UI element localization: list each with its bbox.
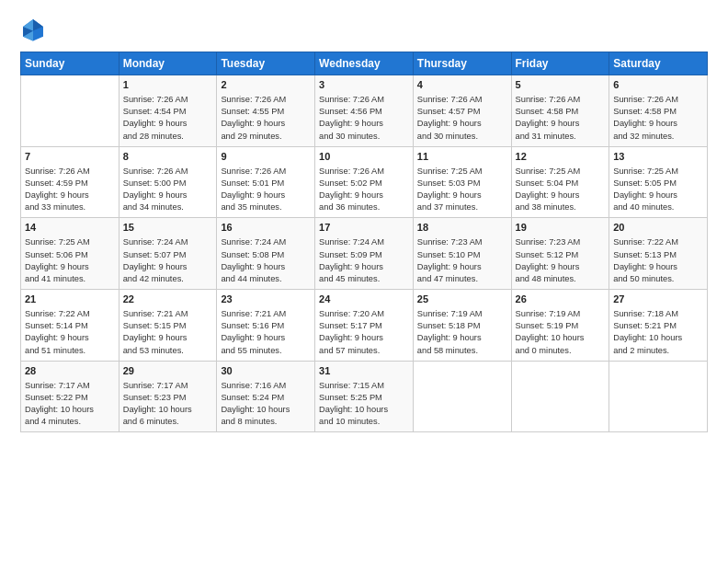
calendar-cell: 28Sunrise: 7:17 AM Sunset: 5:22 PM Dayli… (21, 361, 119, 432)
calendar-cell: 12Sunrise: 7:25 AM Sunset: 5:04 PM Dayli… (511, 146, 609, 218)
calendar-cell (609, 361, 708, 432)
page: SundayMondayTuesdayWednesdayThursdayFrid… (0, 0, 728, 563)
day-number: 17 (319, 221, 409, 236)
day-number: 23 (221, 293, 311, 307)
cell-content: Sunrise: 7:24 AM Sunset: 5:08 PM Dayligh… (221, 236, 311, 285)
day-number: 12 (516, 150, 606, 165)
day-number: 30 (221, 364, 311, 379)
day-number: 2 (221, 78, 311, 93)
calendar-cell: 5Sunrise: 7:26 AM Sunset: 4:58 PM Daylig… (511, 75, 609, 147)
calendar-cell: 10Sunrise: 7:26 AM Sunset: 5:02 PM Dayli… (315, 146, 414, 218)
calendar-cell: 13Sunrise: 7:25 AM Sunset: 5:05 PM Dayli… (609, 146, 708, 218)
calendar-cell (511, 361, 609, 432)
cell-content: Sunrise: 7:26 AM Sunset: 4:59 PM Dayligh… (25, 166, 115, 214)
cell-content: Sunrise: 7:25 AM Sunset: 5:03 PM Dayligh… (417, 166, 507, 214)
calendar-cell: 27Sunrise: 7:18 AM Sunset: 5:21 PM Dayli… (609, 290, 708, 362)
day-number: 13 (613, 150, 703, 165)
cell-content: Sunrise: 7:26 AM Sunset: 4:56 PM Dayligh… (319, 94, 409, 143)
col-header-tuesday: Tuesday (217, 52, 315, 75)
day-number: 28 (25, 364, 115, 379)
day-number: 21 (25, 293, 115, 307)
calendar-cell: 1Sunrise: 7:26 AM Sunset: 4:54 PM Daylig… (119, 75, 217, 147)
day-number: 8 (123, 150, 213, 165)
cell-content: Sunrise: 7:20 AM Sunset: 5:17 PM Dayligh… (319, 308, 409, 357)
day-number: 14 (25, 221, 115, 236)
cell-content: Sunrise: 7:24 AM Sunset: 5:07 PM Dayligh… (123, 236, 213, 285)
cell-content: Sunrise: 7:23 AM Sunset: 5:12 PM Dayligh… (516, 236, 606, 285)
cell-content: Sunrise: 7:22 AM Sunset: 5:14 PM Dayligh… (25, 308, 115, 357)
calendar-cell: 17Sunrise: 7:24 AM Sunset: 5:09 PM Dayli… (315, 218, 414, 290)
day-number: 29 (123, 364, 213, 379)
day-number: 22 (123, 293, 213, 307)
calendar-cell: 24Sunrise: 7:20 AM Sunset: 5:17 PM Dayli… (315, 290, 414, 362)
cell-content: Sunrise: 7:26 AM Sunset: 4:58 PM Dayligh… (613, 94, 703, 143)
cell-content: Sunrise: 7:21 AM Sunset: 5:15 PM Dayligh… (123, 308, 213, 357)
calendar-cell: 6Sunrise: 7:26 AM Sunset: 4:58 PM Daylig… (609, 75, 708, 147)
week-row-4: 21Sunrise: 7:22 AM Sunset: 5:14 PM Dayli… (21, 290, 708, 362)
day-number: 11 (417, 150, 507, 165)
cell-content: Sunrise: 7:16 AM Sunset: 5:24 PM Dayligh… (221, 380, 311, 429)
calendar-cell: 9Sunrise: 7:26 AM Sunset: 5:01 PM Daylig… (217, 146, 315, 218)
calendar-cell: 3Sunrise: 7:26 AM Sunset: 4:56 PM Daylig… (315, 75, 414, 147)
header-row: SundayMondayTuesdayWednesdayThursdayFrid… (21, 52, 708, 75)
day-number: 4 (417, 78, 507, 93)
cell-content: Sunrise: 7:19 AM Sunset: 5:19 PM Dayligh… (516, 308, 606, 357)
day-number: 15 (123, 221, 213, 236)
cell-content: Sunrise: 7:18 AM Sunset: 5:21 PM Dayligh… (613, 308, 703, 357)
logo (20, 17, 50, 42)
calendar-cell: 19Sunrise: 7:23 AM Sunset: 5:12 PM Dayli… (511, 218, 609, 290)
day-number: 7 (25, 150, 115, 165)
cell-content: Sunrise: 7:21 AM Sunset: 5:16 PM Dayligh… (221, 308, 311, 357)
calendar-cell: 25Sunrise: 7:19 AM Sunset: 5:18 PM Dayli… (413, 290, 511, 362)
day-number: 3 (319, 78, 409, 93)
day-number: 24 (319, 293, 409, 307)
day-number: 10 (319, 150, 409, 165)
cell-content: Sunrise: 7:25 AM Sunset: 5:05 PM Dayligh… (613, 166, 703, 214)
col-header-sunday: Sunday (21, 52, 119, 75)
cell-content: Sunrise: 7:19 AM Sunset: 5:18 PM Dayligh… (417, 308, 507, 357)
calendar-cell: 30Sunrise: 7:16 AM Sunset: 5:24 PM Dayli… (217, 361, 315, 432)
calendar-cell: 29Sunrise: 7:17 AM Sunset: 5:23 PM Dayli… (119, 361, 217, 432)
header (20, 17, 708, 42)
cell-content: Sunrise: 7:26 AM Sunset: 5:02 PM Dayligh… (319, 166, 409, 214)
calendar-cell: 8Sunrise: 7:26 AM Sunset: 5:00 PM Daylig… (119, 146, 217, 218)
calendar-table: SundayMondayTuesdayWednesdayThursdayFrid… (20, 52, 708, 432)
day-number: 27 (613, 293, 703, 307)
week-row-3: 14Sunrise: 7:25 AM Sunset: 5:06 PM Dayli… (21, 218, 708, 290)
cell-content: Sunrise: 7:25 AM Sunset: 5:06 PM Dayligh… (25, 236, 115, 285)
calendar-cell (413, 361, 511, 432)
calendar-cell: 18Sunrise: 7:23 AM Sunset: 5:10 PM Dayli… (413, 218, 511, 290)
day-number: 26 (516, 293, 606, 307)
week-row-2: 7Sunrise: 7:26 AM Sunset: 4:59 PM Daylig… (21, 146, 708, 218)
calendar-cell (21, 75, 119, 147)
cell-content: Sunrise: 7:24 AM Sunset: 5:09 PM Dayligh… (319, 236, 409, 285)
calendar-cell: 31Sunrise: 7:15 AM Sunset: 5:25 PM Dayli… (315, 361, 414, 432)
week-row-1: 1Sunrise: 7:26 AM Sunset: 4:54 PM Daylig… (21, 75, 708, 147)
calendar-cell: 16Sunrise: 7:24 AM Sunset: 5:08 PM Dayli… (217, 218, 315, 290)
logo-icon (20, 17, 46, 42)
col-header-thursday: Thursday (413, 52, 511, 75)
col-header-saturday: Saturday (609, 52, 708, 75)
calendar-cell: 15Sunrise: 7:24 AM Sunset: 5:07 PM Dayli… (119, 218, 217, 290)
cell-content: Sunrise: 7:26 AM Sunset: 4:55 PM Dayligh… (221, 94, 311, 143)
col-header-friday: Friday (511, 52, 609, 75)
calendar-cell: 21Sunrise: 7:22 AM Sunset: 5:14 PM Dayli… (21, 290, 119, 362)
cell-content: Sunrise: 7:23 AM Sunset: 5:10 PM Dayligh… (417, 236, 507, 285)
calendar-cell: 2Sunrise: 7:26 AM Sunset: 4:55 PM Daylig… (217, 75, 315, 147)
cell-content: Sunrise: 7:17 AM Sunset: 5:23 PM Dayligh… (123, 380, 213, 429)
day-number: 20 (613, 221, 703, 236)
day-number: 16 (221, 221, 311, 236)
cell-content: Sunrise: 7:15 AM Sunset: 5:25 PM Dayligh… (319, 380, 409, 429)
calendar-cell: 4Sunrise: 7:26 AM Sunset: 4:57 PM Daylig… (413, 75, 511, 147)
day-number: 25 (417, 293, 507, 307)
calendar-cell: 7Sunrise: 7:26 AM Sunset: 4:59 PM Daylig… (21, 146, 119, 218)
day-number: 9 (221, 150, 311, 165)
calendar-cell: 22Sunrise: 7:21 AM Sunset: 5:15 PM Dayli… (119, 290, 217, 362)
cell-content: Sunrise: 7:26 AM Sunset: 5:01 PM Dayligh… (221, 166, 311, 214)
calendar-cell: 20Sunrise: 7:22 AM Sunset: 5:13 PM Dayli… (609, 218, 708, 290)
cell-content: Sunrise: 7:26 AM Sunset: 4:54 PM Dayligh… (123, 94, 213, 143)
day-number: 6 (613, 78, 703, 93)
calendar-cell: 14Sunrise: 7:25 AM Sunset: 5:06 PM Dayli… (21, 218, 119, 290)
calendar-cell: 11Sunrise: 7:25 AM Sunset: 5:03 PM Dayli… (413, 146, 511, 218)
day-number: 1 (123, 78, 213, 93)
